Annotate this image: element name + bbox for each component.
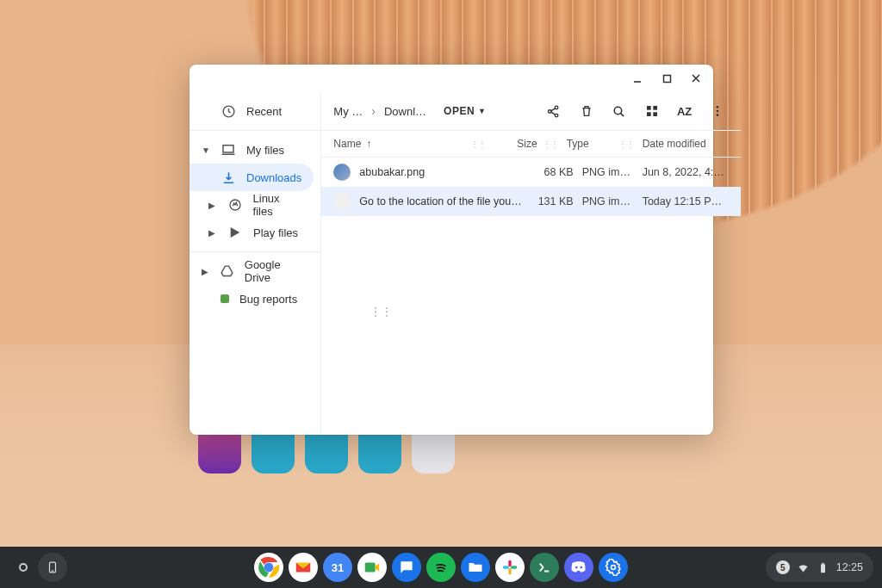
- app-gmail[interactable]: [289, 553, 318, 582]
- file-type: PNG im…: [574, 195, 634, 207]
- window-titlebar: [189, 65, 713, 92]
- notification-count: 5: [776, 560, 790, 574]
- sort-asc-icon: ↑: [366, 138, 371, 150]
- file-size: 68 KB: [522, 166, 574, 178]
- clock-icon: [220, 103, 236, 119]
- sidebar-item-downloads[interactable]: Downloads: [189, 164, 314, 191]
- sidebar-item-gdrive[interactable]: ▶ Google Drive: [189, 257, 314, 285]
- svg-rect-20: [511, 566, 518, 568]
- chevron-right-icon: ▶: [202, 267, 209, 276]
- svg-rect-7: [647, 106, 651, 110]
- breadcrumb-current[interactable]: Downl…: [384, 105, 426, 118]
- toolbar: My … › Downl… OPEN ▼ AZ: [321, 92, 740, 130]
- minimize-button[interactable]: [624, 66, 651, 90]
- column-resize-handle[interactable]: ⋮⋮: [543, 139, 558, 149]
- svg-point-23: [612, 566, 616, 570]
- svg-point-22: [580, 566, 582, 569]
- app-calendar[interactable]: 31: [323, 553, 352, 582]
- chevron-right-icon: ▶: [208, 201, 217, 210]
- shelf-apps: 31: [254, 553, 628, 582]
- sidebar-resize-handle[interactable]: ⋮⋮: [370, 306, 393, 318]
- file-thumbnail: [333, 193, 351, 210]
- file-thumbnail: [333, 164, 351, 181]
- sidebar-item-bugreports[interactable]: Bug reports: [189, 285, 314, 313]
- sidebar-label: Bug reports: [239, 293, 297, 306]
- svg-point-4: [555, 106, 558, 109]
- grid-view-button[interactable]: [637, 96, 667, 126]
- more-options-button[interactable]: [703, 96, 732, 126]
- table-header: Name ↑ ⋮⋮ Size ⋮⋮ Type ⋮⋮ Date modified: [321, 130, 740, 158]
- svg-point-21: [575, 566, 578, 569]
- maximize-button[interactable]: [653, 66, 680, 90]
- open-button[interactable]: OPEN ▼: [438, 102, 491, 121]
- file-date: Today 12:15 P…: [634, 195, 729, 207]
- linux-icon: [227, 197, 243, 213]
- delete-button[interactable]: [572, 96, 601, 126]
- breadcrumb-root[interactable]: My …: [333, 105, 363, 118]
- svg-point-5: [555, 114, 558, 117]
- sidebar-item-recent[interactable]: Recent: [189, 97, 314, 125]
- sidebar-item-linux[interactable]: ▶ Linux files: [189, 191, 314, 219]
- file-name: abubakar.png: [359, 166, 521, 178]
- chevron-right-icon: ▶: [208, 228, 217, 238]
- file-size: 131 KB: [522, 195, 574, 207]
- chevron-right-icon: ›: [371, 104, 376, 118]
- svg-rect-26: [822, 562, 824, 563]
- app-discord[interactable]: [564, 553, 593, 582]
- laptop-icon: [220, 142, 236, 158]
- sidebar-label: Linux files: [253, 192, 302, 218]
- column-size[interactable]: Size: [517, 138, 537, 150]
- app-files[interactable]: [461, 553, 490, 582]
- svg-rect-8: [653, 106, 657, 110]
- file-row[interactable]: Go to the location of the file you… 131 …: [321, 187, 740, 216]
- svg-rect-25: [821, 564, 825, 573]
- app-meet[interactable]: [357, 553, 387, 582]
- svg-point-11: [716, 106, 718, 108]
- shelf: 31 5 12:25: [0, 547, 882, 588]
- main-panel: My … › Downl… OPEN ▼ AZ Name ↑: [321, 92, 740, 435]
- column-resize-handle[interactable]: ⋮⋮: [618, 139, 634, 149]
- search-button[interactable]: [605, 96, 634, 126]
- svg-rect-16: [365, 563, 376, 573]
- svg-rect-9: [647, 112, 651, 116]
- phone-hub-button[interactable]: [38, 553, 67, 582]
- svg-point-15: [264, 563, 274, 573]
- close-button[interactable]: [682, 66, 710, 90]
- sort-button[interactable]: AZ: [670, 96, 699, 126]
- files-app-window: Recent ▼ My files Downloads ▶ Linux file…: [189, 65, 713, 435]
- sidebar-label: My files: [246, 144, 284, 157]
- system-tray[interactable]: 5 12:25: [766, 553, 873, 582]
- svg-rect-17: [508, 560, 511, 567]
- app-chrome[interactable]: [254, 553, 283, 582]
- svg-rect-18: [503, 566, 510, 568]
- app-messages[interactable]: [392, 553, 421, 582]
- bug-icon: [220, 294, 229, 303]
- column-date[interactable]: Date modified: [643, 138, 706, 150]
- svg-rect-10: [653, 112, 657, 116]
- clock-time: 12:25: [836, 561, 863, 573]
- app-settings[interactable]: [599, 553, 628, 582]
- battery-icon: [817, 561, 829, 574]
- sidebar-label: Recent: [246, 105, 282, 118]
- file-type: PNG im…: [574, 166, 634, 178]
- svg-rect-0: [663, 75, 670, 82]
- open-label: OPEN: [444, 105, 475, 117]
- launcher-button[interactable]: [9, 553, 38, 582]
- sidebar-item-myfiles[interactable]: ▼ My files: [189, 136, 314, 164]
- column-type[interactable]: Type: [567, 138, 589, 150]
- sidebar: Recent ▼ My files Downloads ▶ Linux file…: [189, 92, 321, 435]
- app-terminal[interactable]: [530, 553, 559, 582]
- play-store-icon: [227, 225, 243, 240]
- sidebar-label: Play files: [253, 226, 298, 239]
- column-name[interactable]: Name: [333, 138, 361, 150]
- sidebar-label: Google Drive: [245, 258, 302, 284]
- column-resize-handle[interactable]: ⋮⋮: [470, 139, 486, 149]
- app-spotify[interactable]: [426, 553, 456, 582]
- wifi-icon: [797, 561, 810, 574]
- share-button[interactable]: [539, 96, 568, 126]
- sidebar-item-play[interactable]: ▶ Play files: [189, 219, 314, 246]
- svg-point-6: [614, 107, 622, 115]
- svg-point-13: [716, 114, 718, 116]
- app-slack[interactable]: [495, 553, 525, 582]
- file-row[interactable]: abubakar.png 68 KB PNG im… Jun 8, 2022, …: [321, 158, 740, 187]
